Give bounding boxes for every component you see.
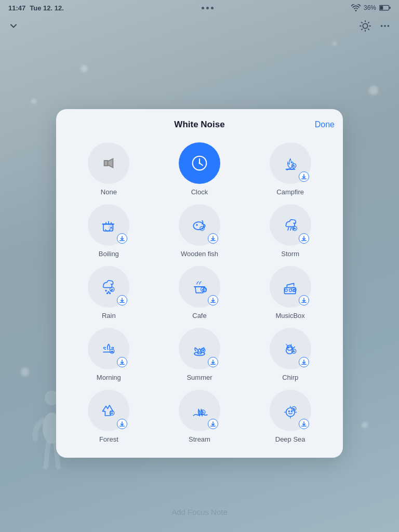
sound-icon-wrap-boiling — [88, 204, 129, 246]
sound-label-rain: Rain — [102, 312, 116, 320]
sound-icon-wrap-deep-sea — [270, 390, 311, 431]
top-bar-right — [360, 20, 391, 34]
wifi-icon — [351, 4, 361, 11]
sound-label-musicbox: MusicBox — [275, 312, 304, 320]
battery-icon — [379, 5, 391, 11]
sound-icon-wrap-storm — [270, 204, 311, 246]
sound-item-forest[interactable]: Forest — [64, 388, 153, 445]
download-badge-stream — [208, 419, 218, 429]
status-center — [202, 7, 214, 9]
sound-icon-wrap-wooden-fish — [179, 204, 220, 246]
sound-item-chirp[interactable]: Chirp — [246, 326, 335, 383]
sound-item-boiling[interactable]: Boiling — [64, 202, 153, 260]
download-badge-campfire — [299, 171, 309, 182]
svg-point-13 — [384, 25, 386, 27]
sound-item-campfire[interactable]: Campfire — [246, 140, 335, 198]
sound-icon-wrap-none — [88, 142, 129, 184]
download-badge-cafe — [208, 295, 218, 305]
status-dot — [211, 7, 214, 9]
svg-point-3 — [363, 23, 367, 28]
sun-icon[interactable] — [360, 20, 371, 34]
sound-item-rain[interactable]: Rain — [64, 264, 153, 322]
sound-label-campfire: Campfire — [276, 188, 304, 196]
sound-label-morning: Morning — [97, 374, 121, 381]
svg-point-28 — [196, 224, 197, 225]
svg-line-6 — [362, 22, 362, 23]
svg-point-37 — [109, 292, 111, 294]
svg-point-65 — [288, 410, 289, 412]
bokeh — [21, 368, 29, 376]
sound-item-none[interactable]: None — [64, 140, 153, 198]
status-dot — [206, 7, 209, 9]
battery-pct: 36% — [364, 4, 376, 11]
svg-point-33 — [105, 290, 107, 291]
sound-label-cafe: Cafe — [192, 312, 206, 320]
svg-rect-1 — [389, 7, 390, 9]
sound-icon-wrap-chirp — [270, 328, 311, 369]
sound-label-deep-sea: Deep Sea — [275, 435, 305, 443]
sound-item-storm[interactable]: Storm — [246, 202, 335, 260]
sound-label-stream: Stream — [189, 435, 210, 443]
sound-label-summer: Summer — [187, 374, 212, 381]
download-badge-forest — [117, 419, 127, 429]
download-badge-wooden-fish — [208, 233, 218, 244]
download-badge-deep-sea — [299, 419, 309, 429]
add-focus-note[interactable]: Add Focus Note — [0, 508, 399, 516]
svg-point-34 — [108, 291, 110, 292]
sound-item-wooden-fish[interactable]: Wooden fish — [155, 202, 244, 260]
sound-icon-wrap-morning — [88, 328, 129, 369]
sound-item-morning[interactable]: Morning — [64, 326, 153, 383]
more-icon[interactable] — [379, 20, 391, 34]
sound-icon-wrap-clock — [179, 142, 220, 184]
svg-point-20 — [198, 162, 200, 164]
sound-label-boiling: Boiling — [99, 250, 119, 258]
sound-label-none: None — [101, 188, 117, 196]
sound-label-storm: Storm — [281, 250, 299, 258]
sound-item-deep-sea[interactable]: Deep Sea — [246, 388, 335, 445]
sound-item-musicbox[interactable]: MusicBox — [246, 264, 335, 322]
white-noise-modal: White Noise Done None Clock Campfire Boi… — [56, 109, 343, 458]
download-badge-rain — [117, 295, 127, 305]
sound-icon-wrap-campfire — [270, 142, 311, 184]
svg-point-36 — [107, 292, 108, 294]
download-badge-chirp — [299, 357, 309, 367]
bokeh — [362, 422, 368, 428]
sound-icon-wrap-summer — [179, 328, 220, 369]
download-badge-musicbox — [299, 295, 309, 305]
sound-item-summer[interactable]: Summer — [155, 326, 244, 383]
svg-point-66 — [290, 410, 292, 412]
svg-point-57 — [288, 347, 289, 349]
sound-label-chirp: Chirp — [282, 374, 298, 381]
modal-title: White Noise — [174, 119, 224, 130]
status-left: 11:47 Tue 12. 12. — [8, 4, 64, 12]
time: 11:47 — [8, 4, 25, 12]
sound-item-cafe[interactable]: Cafe — [155, 264, 244, 322]
status-dot — [202, 7, 204, 9]
sound-item-stream[interactable]: Stream — [155, 388, 244, 445]
svg-point-14 — [388, 25, 390, 27]
sound-icon-wrap-musicbox — [270, 266, 311, 308]
modal-header: White Noise Done — [64, 119, 335, 130]
svg-point-44 — [285, 289, 287, 291]
sound-icon-wrap-cafe — [179, 266, 220, 308]
chevron-down-icon[interactable] — [8, 21, 19, 34]
sound-icon-wrap-stream — [179, 390, 220, 431]
svg-line-11 — [368, 22, 369, 23]
status-right: 36% — [351, 4, 391, 11]
svg-line-7 — [368, 29, 369, 30]
sound-grid: None Clock Campfire Boiling Wo — [64, 140, 335, 445]
date: Tue 12. 12. — [30, 4, 64, 12]
svg-rect-2 — [380, 6, 383, 10]
bokeh — [31, 99, 36, 104]
sound-label-wooden-fish: Wooden fish — [181, 250, 218, 258]
download-badge-boiling — [117, 233, 127, 244]
status-bar: 11:47 Tue 12. 12. 36% — [0, 0, 399, 16]
done-button[interactable]: Done — [315, 120, 335, 129]
download-badge-summer — [208, 357, 218, 367]
svg-point-45 — [289, 289, 291, 291]
svg-line-10 — [362, 29, 362, 30]
bokeh — [332, 42, 337, 46]
sound-label-forest: Forest — [99, 435, 118, 443]
sound-item-clock[interactable]: Clock — [155, 140, 244, 198]
top-bar — [0, 16, 399, 38]
